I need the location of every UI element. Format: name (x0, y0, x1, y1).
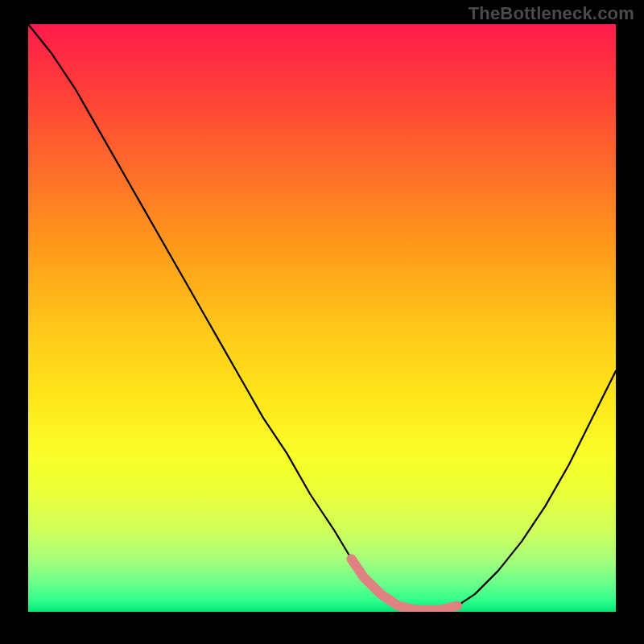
curve-svg (28, 24, 616, 612)
main-curve (28, 24, 616, 610)
plot-area (28, 24, 616, 612)
chart-frame: TheBottleneck.com (0, 0, 644, 644)
watermark-text: TheBottleneck.com (469, 3, 634, 24)
highlight-curve (352, 559, 457, 610)
